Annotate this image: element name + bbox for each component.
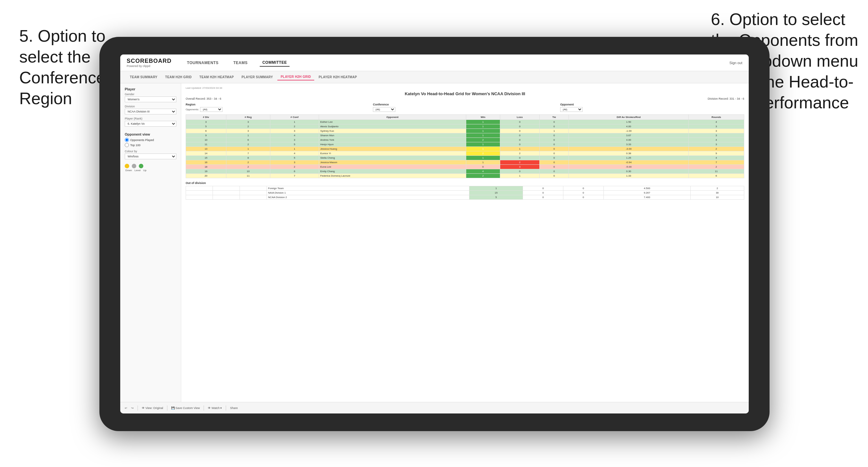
out-of-division-table: Foreign Team 1 0 0 4.500 2 NAIA Division… [186, 186, 744, 200]
td-opponent: Esther Lee [319, 120, 466, 124]
td-reg: 2 [226, 165, 270, 169]
nav-teams[interactable]: TEAMS [231, 59, 250, 66]
sidebar-opponents-played-radio[interactable]: Opponents Played [125, 138, 176, 142]
sidebar-player-rank-select[interactable]: 6. Katelyn Vo [125, 121, 176, 127]
td-opponent: NCAA Division 2 [267, 195, 469, 200]
td-diff: 1.25 [569, 156, 688, 160]
filter-section: Region Opponents: (All) Conference ( [186, 103, 744, 112]
update-info: Last Updated: 27/03/2024 04:34 [186, 87, 744, 89]
sidebar: Player Gender Women's Division NCAA Divi… [120, 83, 181, 402]
td-reg: 8 [226, 156, 270, 160]
filter-opponent-title: Opponent [560, 103, 744, 106]
td-diff: 7.400 [603, 195, 690, 200]
td-reg [213, 195, 240, 200]
colour-circles [125, 164, 176, 168]
td-rounds: 11 [688, 169, 744, 174]
td-reg: 2 [226, 124, 270, 129]
td-reg: 3 [226, 129, 270, 133]
td-tie: 0 [540, 142, 569, 147]
td-diff: 0.38 [569, 151, 688, 156]
td-rounds: 3 [688, 124, 744, 129]
td-div: 9 [186, 133, 226, 138]
td-loss: 1 [500, 147, 540, 151]
td-loss: 0 [500, 120, 540, 124]
td-conf: 6 [270, 169, 319, 174]
table-row: Foreign Team 1 0 0 4.500 2 [186, 186, 744, 191]
td-rounds: 2 [688, 165, 744, 169]
td-opponent: Eunice Yi [319, 151, 466, 156]
sub-nav-player-h2h-grid[interactable]: PLAYER H2H GRID [277, 74, 314, 81]
sidebar-colour-by-select[interactable]: Win/loss [125, 154, 176, 159]
td-tie: 0 [563, 191, 604, 195]
filter-region-select[interactable]: (All) [200, 107, 222, 112]
td-tie: 0 [540, 165, 569, 169]
td-reg: 7 [226, 151, 270, 156]
td-tie: 0 [540, 147, 569, 151]
td-reg [213, 191, 240, 195]
td-diff: -0.94 [569, 160, 688, 165]
sub-nav-player-summary[interactable]: PLAYER SUMMARY [238, 74, 276, 80]
td-diff: 3.33 [569, 142, 688, 147]
td-reg [213, 186, 240, 191]
nav-committee[interactable]: COMMITTEE [260, 59, 289, 67]
td-conf: 1 [270, 147, 319, 151]
toolbar-view-original[interactable]: 👁 View: Original [142, 406, 163, 410]
page-title: Katelyn Vo Head-to-Head Grid for Women's… [186, 91, 744, 96]
td-win: 2 [466, 151, 500, 156]
td-opponent: Federica Domecq Lacroze [319, 174, 466, 178]
toolbar-share[interactable]: Share [230, 406, 238, 410]
filter-region-title: Region [186, 103, 370, 106]
td-loss: 0 [500, 156, 540, 160]
td-loss: 0 [523, 186, 563, 191]
td-conf: 7 [270, 174, 319, 178]
td-tie: 0 [563, 186, 604, 191]
table-row: 6 3 3 Sydney Kuo 1 0 1 -1.00 3 [186, 129, 744, 133]
table-row: 9 1 4 Sharon Mun 1 0 0 3.67 3 [186, 133, 744, 138]
filter-conference-select[interactable]: (All) [373, 107, 395, 112]
td-loss: 2 [500, 151, 540, 156]
sidebar-division-select[interactable]: NCAA Division III [125, 108, 176, 115]
main-content: Player Gender Women's Division NCAA Divi… [120, 83, 749, 402]
toolbar-undo[interactable]: ↩ [125, 406, 127, 410]
td-rounds: 3 [688, 129, 744, 133]
sign-out-link[interactable]: Sign out [730, 61, 742, 65]
td-diff: -5.00 [569, 165, 688, 169]
td-conf: 1 [270, 120, 319, 124]
filter-opponent: Opponent (All) [560, 103, 744, 112]
sub-nav-team-h2h-grid[interactable]: TEAM H2H GRID [162, 74, 195, 80]
nav-tournaments[interactable]: TOURNAMENTS [184, 59, 221, 66]
circle-level [132, 164, 136, 168]
td-reg: 2 [226, 160, 270, 165]
top-nav: SCOREBOARD Powered by clippd TOURNAMENTS… [120, 55, 749, 71]
filter-opponent-select[interactable]: (All) [560, 107, 583, 112]
td-tie: 0 [540, 169, 569, 174]
sub-nav-team-h2h-heatmap[interactable]: TEAM H2H HEATMAP [196, 74, 237, 80]
sub-nav-team-summary[interactable]: TEAM SUMMARY [127, 74, 161, 80]
td-loss: 0 [500, 138, 540, 142]
label-up: Up [143, 169, 147, 172]
td-diff: 3.67 [569, 133, 688, 138]
sidebar-gender-select[interactable]: Women's [125, 96, 176, 102]
bottom-toolbar: ↩ ↪ 👁 View: Original 💾 Save Custom View … [120, 402, 749, 413]
toolbar-watch[interactable]: 👁 Watch ▾ [208, 406, 222, 410]
filter-opponent-row: (All) [560, 107, 744, 112]
td-diff: 9.267 [603, 191, 690, 195]
filter-conference: Conference (All) [373, 103, 557, 112]
logo-subtext: Powered by clippd [127, 64, 172, 68]
td-loss: 0 [523, 191, 563, 195]
toolbar-save-custom[interactable]: 💾 Save Custom View [171, 406, 200, 410]
td-diff: 4.500 [603, 186, 690, 191]
td-div: 13 [186, 147, 226, 151]
td-opponent: Andrea York [319, 138, 466, 142]
sidebar-top100-radio[interactable]: Top 100 [125, 143, 176, 147]
td-opponent: Sharon Mun [319, 133, 466, 138]
td-reg: 10 [226, 169, 270, 174]
sub-nav-player-h2h-heatmap[interactable]: PLAYER H2H HEATMAP [315, 74, 360, 80]
tablet-device: SCOREBOARD Powered by clippd TOURNAMENTS… [99, 37, 770, 431]
toolbar-redo[interactable]: ↪ [131, 406, 134, 410]
td-opponent: Alexis Sudjianto [319, 124, 466, 129]
td-win: 1 [466, 124, 500, 129]
td-win: 4 [466, 169, 500, 174]
td-loss: 0 [500, 129, 540, 133]
table-row: 5 2 2 Alexis Sudjianto 1 0 0 4.00 3 [186, 124, 744, 129]
